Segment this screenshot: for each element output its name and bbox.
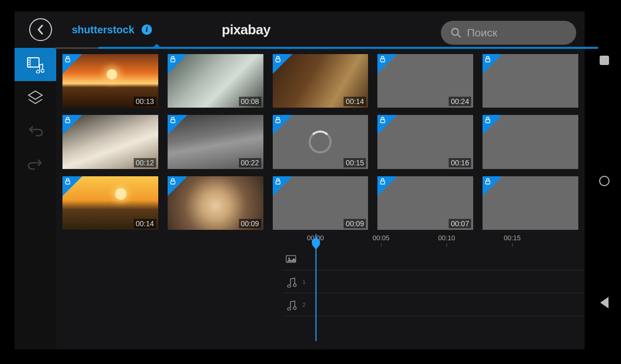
lock-icon (484, 56, 491, 65)
ruler-tick: 00:15 (479, 234, 545, 248)
clip-duration: 00:09 (344, 219, 366, 228)
main-body: 00:1300:0800:1400:2400:1200:2200:1500:16… (15, 48, 585, 349)
track-audio-1[interactable]: 1 (283, 270, 585, 293)
lock-icon (64, 116, 71, 126)
lock-icon (379, 178, 386, 187)
info-icon[interactable]: i (142, 24, 152, 35)
lock-icon (274, 178, 282, 187)
lock-icon (484, 116, 491, 126)
clip-item[interactable]: 00:07 (377, 176, 473, 230)
ruler-tick: 00:05 (348, 234, 414, 248)
lock-icon (274, 56, 282, 65)
clip-item[interactable]: 00:12 (62, 115, 158, 168)
music-icon (283, 299, 299, 310)
svg-rect-16 (486, 120, 490, 123)
clip-duration: 00:13 (134, 97, 156, 106)
svg-rect-9 (276, 59, 280, 62)
clip-item[interactable] (483, 176, 578, 230)
svg-rect-12 (66, 120, 70, 123)
svg-rect-7 (66, 59, 70, 62)
clip-duration: 00:16 (449, 158, 471, 167)
search-icon (450, 27, 462, 38)
clip-duration: 00:09 (239, 219, 261, 228)
clip-duration: 00:08 (239, 97, 261, 106)
clip-duration: 00:14 (134, 219, 156, 228)
search-placeholder: Поиск (467, 27, 497, 39)
clip-duration: 00:12 (134, 158, 156, 167)
svg-rect-19 (276, 181, 280, 184)
clip-item[interactable]: 00:08 (168, 54, 263, 108)
pixabay-logo: pixabay (222, 22, 270, 38)
clip-item[interactable] (483, 54, 578, 108)
timeline-ruler[interactable]: 00:0000:0500:1000:15 (283, 234, 585, 248)
lock-icon (64, 56, 71, 65)
layers-icon (27, 89, 44, 107)
clip-duration: 00:15 (344, 158, 366, 167)
nav-home-button[interactable] (599, 176, 610, 186)
svg-rect-15 (381, 120, 385, 123)
lock-icon (169, 116, 176, 126)
sidebar-item-redo[interactable] (15, 148, 56, 181)
media-icon (27, 56, 44, 73)
lock-icon (64, 178, 71, 187)
svg-line-1 (458, 34, 461, 37)
timeline-tracks: 1 2 (283, 248, 585, 344)
tab-shutterstock[interactable]: shutterstock i (55, 11, 169, 48)
back-button[interactable] (29, 18, 52, 41)
clip-item[interactable]: 00:15 (273, 115, 369, 168)
ruler-tick: 00:10 (414, 234, 479, 248)
sidebar-item-layers[interactable] (15, 81, 56, 114)
lock-icon (274, 116, 282, 126)
chevron-left-icon (36, 24, 45, 35)
clip-item[interactable]: 00:14 (273, 54, 369, 108)
lock-icon (169, 56, 176, 65)
clip-item[interactable]: 00:13 (62, 54, 158, 108)
svg-rect-8 (171, 59, 175, 62)
tab-pixabay[interactable]: pixabay (205, 11, 287, 48)
svg-rect-17 (66, 181, 70, 184)
clip-item[interactable]: 00:14 (62, 176, 158, 230)
undo-icon (27, 122, 44, 140)
svg-rect-18 (171, 181, 175, 184)
lock-icon (379, 56, 386, 65)
svg-rect-20 (381, 181, 385, 184)
clip-item[interactable]: 00:22 (168, 115, 263, 168)
shutterstock-logo: shutterstock (72, 24, 134, 36)
clip-duration: 00:24 (449, 97, 471, 106)
clip-duration: 00:22 (239, 158, 261, 167)
sidebar (15, 48, 56, 349)
music-icon (283, 276, 299, 288)
lock-icon (484, 178, 491, 187)
clip-gallery: 00:1300:0800:1400:2400:1200:2200:1500:16… (56, 48, 585, 230)
clip-item[interactable]: 00:24 (377, 54, 473, 108)
nav-recent-button[interactable] (600, 56, 609, 65)
track-video[interactable] (283, 248, 585, 270)
sidebar-item-media[interactable] (15, 48, 56, 81)
video-track-icon (283, 253, 299, 265)
svg-rect-13 (171, 120, 175, 123)
clip-item[interactable]: 00:16 (377, 115, 473, 168)
clip-item[interactable] (483, 115, 578, 168)
search-input[interactable]: Поиск (441, 21, 576, 45)
svg-rect-14 (276, 120, 280, 123)
sidebar-item-undo[interactable] (15, 114, 56, 148)
system-nav-bar (594, 0, 615, 364)
svg-rect-10 (381, 59, 385, 62)
header: shutterstock i pixabay Поиск (15, 11, 585, 48)
clip-duration: 00:14 (344, 97, 366, 106)
track-audio-2[interactable]: 2 (283, 293, 585, 316)
redo-icon (27, 155, 44, 173)
timeline: 00:0000:0500:1000:15 1 (56, 234, 585, 348)
clip-item[interactable]: 00:09 (168, 176, 263, 230)
content: 00:1300:0800:1400:2400:1200:2200:1500:16… (56, 48, 585, 349)
app-frame: shutterstock i pixabay Поиск (15, 11, 585, 349)
lock-icon (379, 116, 386, 126)
playhead[interactable] (315, 234, 316, 341)
clip-item[interactable]: 00:09 (273, 176, 369, 230)
lock-icon (169, 178, 176, 187)
svg-rect-11 (486, 59, 490, 62)
clip-duration: 00:07 (449, 219, 471, 228)
svg-rect-21 (486, 181, 490, 184)
nav-back-button[interactable] (600, 297, 609, 308)
